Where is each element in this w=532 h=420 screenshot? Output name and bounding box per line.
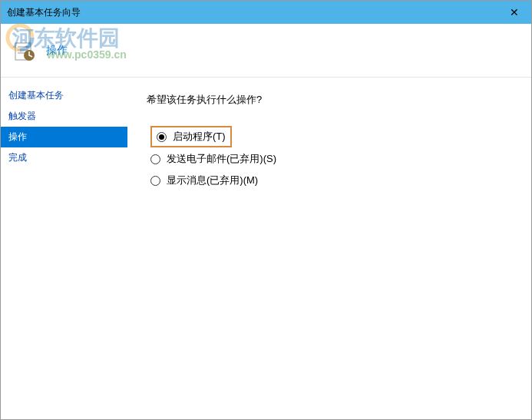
content: 创建基本任务 触发器 操作 完成 希望该任务执行什么操作? 启动程序(T) 发送…: [1, 78, 531, 419]
window-title: 创建基本任务向导: [7, 6, 81, 19]
radio-icon: [150, 154, 160, 164]
sidebar-item-trigger[interactable]: 触发器: [1, 106, 127, 127]
radio-icon: [157, 132, 167, 142]
radio-start-program[interactable]: 启动程序(T): [150, 126, 232, 147]
radio-icon: [150, 176, 160, 186]
sidebar-item-create-task[interactable]: 创建基本任务: [1, 85, 127, 106]
radio-group: 启动程序(T) 发送电子邮件(已弃用)(S) 显示消息(已弃用)(M): [147, 126, 512, 187]
radio-label: 显示消息(已弃用)(M): [167, 174, 258, 187]
sidebar-item-action[interactable]: 操作: [1, 127, 127, 147]
prompt-text: 希望该任务执行什么操作?: [147, 93, 512, 107]
watermark-url: www.pc0359.cn: [47, 48, 127, 61]
radio-show-message[interactable]: 显示消息(已弃用)(M): [150, 174, 512, 187]
main-panel: 希望该任务执行什么操作? 启动程序(T) 发送电子邮件(已弃用)(S) 显示消息…: [127, 78, 531, 419]
sidebar-item-finish[interactable]: 完成: [1, 147, 127, 168]
watermark-logo: [5, 22, 35, 56]
close-button[interactable]: ✕: [497, 1, 531, 24]
radio-label: 发送电子邮件(已弃用)(S): [167, 152, 276, 166]
titlebar: 创建基本任务向导 ✕: [1, 1, 531, 24]
radio-send-email[interactable]: 发送电子邮件(已弃用)(S): [150, 152, 512, 166]
radio-label: 启动程序(T): [173, 130, 226, 144]
sidebar: 创建基本任务 触发器 操作 完成: [1, 78, 127, 419]
